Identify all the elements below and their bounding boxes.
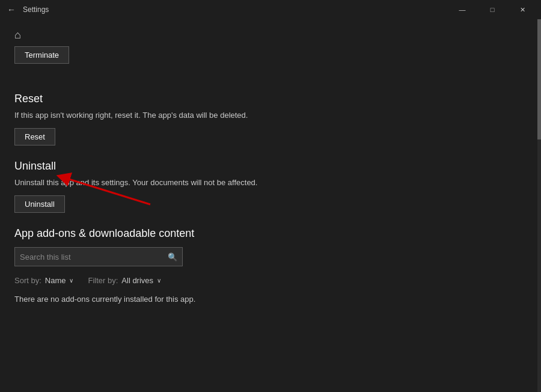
- title-bar-left: ← Settings: [5, 2, 49, 17]
- terminate-button[interactable]: Terminate: [14, 46, 69, 64]
- sort-chevron-icon: ∨: [69, 277, 73, 284]
- search-icon: 🔍: [168, 253, 177, 262]
- sort-filter-row: Sort by: Name ∨ Filter by: All drives ∨: [14, 276, 527, 285]
- search-input[interactable]: [20, 253, 168, 262]
- reset-button[interactable]: Reset: [14, 128, 55, 145]
- minimize-button[interactable]: —: [448, 0, 476, 19]
- filter-label: Filter by:: [88, 276, 118, 285]
- main-content: ⌂ Terminate Reset If this app isn't work…: [0, 19, 541, 392]
- terminate-section: Terminate: [14, 46, 527, 78]
- addons-section: App add-ons & downloadable content 🔍 Sor…: [14, 227, 527, 304]
- search-box[interactable]: 🔍: [14, 247, 183, 266]
- close-button[interactable]: ✕: [509, 0, 536, 19]
- title-bar: ← Settings — □ ✕: [0, 0, 541, 19]
- sort-by-control[interactable]: Sort by: Name ∨: [14, 276, 73, 285]
- sort-label: Sort by:: [14, 276, 41, 285]
- filter-by-control[interactable]: Filter by: All drives ∨: [88, 276, 161, 285]
- sort-value: Name: [45, 276, 66, 285]
- reset-section: Reset If this app isn't working right, r…: [14, 93, 527, 145]
- filter-value: All drives: [121, 276, 153, 285]
- addons-title: App add-ons & downloadable content: [14, 227, 527, 240]
- title-bar-controls: — □ ✕: [448, 0, 536, 19]
- uninstall-section: Uninstall Uninstall this app and its set…: [14, 160, 527, 213]
- reset-title: Reset: [14, 93, 527, 105]
- home-icon[interactable]: ⌂: [14, 29, 21, 41]
- reset-description: If this app isn't working right, reset i…: [14, 110, 527, 121]
- no-addons-text: There are no add-ons currently installed…: [14, 295, 527, 304]
- back-button[interactable]: ←: [5, 2, 18, 17]
- scrollbar-thumb[interactable]: [537, 19, 541, 139]
- filter-chevron-icon: ∨: [157, 277, 161, 284]
- scrollbar[interactable]: [537, 19, 541, 392]
- home-row: ⌂: [14, 19, 527, 46]
- maximize-button[interactable]: □: [478, 0, 506, 19]
- window-title: Settings: [23, 5, 49, 14]
- uninstall-title: Uninstall: [14, 160, 527, 173]
- uninstall-button[interactable]: Uninstall: [14, 195, 65, 213]
- uninstall-description: Uninstall this app and its settings. You…: [14, 177, 527, 188]
